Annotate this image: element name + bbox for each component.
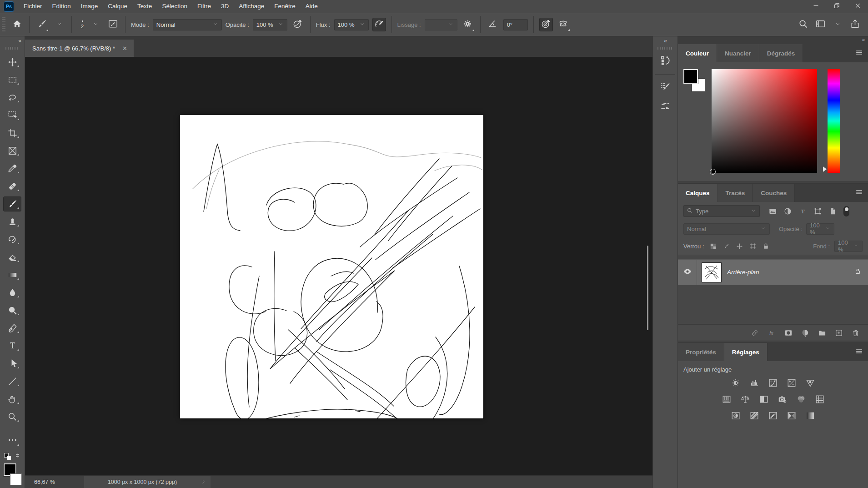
move-tool[interactable]: [0, 53, 25, 71]
adjustment-channelmixer-button[interactable]: [795, 394, 807, 405]
brush-size-chevron[interactable]: [89, 18, 102, 31]
brush-settings-toggle[interactable]: [106, 18, 120, 31]
frame-tool[interactable]: [0, 142, 25, 160]
layer-opacity-select[interactable]: 100 %: [806, 223, 834, 235]
layer-lock-icon[interactable]: [854, 267, 862, 277]
layers-tab-traces[interactable]: Tracés: [718, 184, 753, 202]
marquee-tool[interactable]: [0, 71, 25, 89]
adjustment-colorbalance-button[interactable]: [739, 394, 751, 405]
zoom-level[interactable]: 66,67 %: [25, 479, 61, 485]
brush-settings-panel-button[interactable]: [655, 77, 675, 97]
lasso-tool[interactable]: [0, 89, 25, 106]
clone-stamp-tool[interactable]: [0, 213, 25, 231]
adjustments-tab-proprietes[interactable]: Propriétés: [678, 343, 724, 361]
minimize-button[interactable]: [805, 0, 826, 13]
saturation-brightness-field[interactable]: [712, 69, 817, 173]
edit-toolbar-button[interactable]: [0, 434, 25, 448]
tool-preset-chevron[interactable]: [52, 18, 66, 31]
angle-button[interactable]: [486, 18, 500, 31]
color-swatches[interactable]: [3, 463, 23, 485]
object-selection-tool[interactable]: [0, 106, 25, 124]
path-selection-tool[interactable]: [0, 355, 25, 372]
vertical-scrollbar[interactable]: [647, 246, 648, 330]
layer-thumbnail[interactable]: [702, 262, 722, 282]
lock-move-button[interactable]: [735, 242, 744, 251]
panel-menu-icon[interactable]: [855, 347, 863, 357]
eyedropper-tool[interactable]: [0, 160, 25, 177]
menu-fenetre[interactable]: Fenêtre: [269, 0, 301, 13]
tab-close-icon[interactable]: ✕: [121, 45, 128, 52]
type-tool[interactable]: T: [0, 337, 25, 355]
lock-brush-button[interactable]: [722, 242, 731, 251]
hand-tool[interactable]: [0, 390, 25, 408]
adjustment-hue-button[interactable]: [721, 394, 733, 405]
mask-layer-button[interactable]: [783, 328, 793, 338]
menu-image[interactable]: Image: [76, 0, 103, 13]
smoothing-select[interactable]: [425, 19, 457, 30]
filter-adjust-icon[interactable]: [783, 206, 793, 216]
filter-frame-icon[interactable]: [813, 206, 823, 216]
adjustment-gradmap-button[interactable]: [786, 410, 798, 421]
menu-3d[interactable]: 3D: [216, 0, 234, 13]
workspace-button[interactable]: [813, 18, 827, 31]
adjustments-tab-reglages[interactable]: Réglages: [724, 343, 768, 361]
healing-brush-tool[interactable]: [0, 177, 25, 195]
adjustment-threshold-button[interactable]: [767, 410, 779, 421]
menu-texte[interactable]: Texte: [132, 0, 157, 13]
layer-filter-select[interactable]: Type: [683, 205, 760, 217]
filter-type-icon[interactable]: T: [798, 206, 808, 216]
history-panel-button[interactable]: [655, 51, 675, 71]
lock-checker-button[interactable]: [709, 242, 717, 251]
layer-row[interactable]: Arrière-plan: [678, 259, 868, 285]
dock-expand-chevron[interactable]: «: [653, 36, 677, 44]
folder-layer-button[interactable]: [817, 328, 827, 338]
pressure-opacity-button[interactable]: [291, 18, 305, 31]
color-field-cursor[interactable]: [710, 169, 716, 175]
adjustment-levels-button[interactable]: [748, 377, 760, 388]
hue-slider-pointer[interactable]: [823, 166, 827, 172]
adjustment-photofilter-button[interactable]: [777, 394, 788, 405]
layers-tab-couches[interactable]: Couches: [753, 184, 795, 202]
background-color-swatch[interactable]: [10, 473, 22, 485]
hue-slider[interactable]: [828, 69, 840, 173]
pen-tool[interactable]: [0, 319, 25, 337]
tools-grip[interactable]: [5, 47, 19, 50]
eraser-tool[interactable]: [0, 248, 25, 266]
adjust-layer-button[interactable]: [800, 328, 810, 338]
swap-colors-button[interactable]: [14, 452, 21, 461]
panel-menu-icon[interactable]: [855, 48, 863, 59]
dodge-tool[interactable]: [0, 302, 25, 319]
dock-grip[interactable]: [657, 47, 673, 50]
smoothing-options-button[interactable]: [461, 18, 475, 31]
brushes-panel-button[interactable]: [655, 97, 675, 117]
crop-tool[interactable]: [0, 124, 25, 142]
panel-foreground-swatch[interactable]: [683, 69, 698, 84]
menu-edition[interactable]: Edition: [47, 0, 76, 13]
document-tab[interactable]: Sans titre-1 @ 66,7% (RVB/8) * ✕: [25, 40, 134, 57]
link-layer-button[interactable]: [750, 328, 760, 338]
color-tab-couleur[interactable]: Couleur: [678, 44, 717, 62]
adjustment-curves-button[interactable]: [767, 377, 779, 388]
blend-mode-select[interactable]: Normal: [153, 19, 222, 30]
filter-image-icon[interactable]: [768, 206, 778, 216]
chevron-right-icon[interactable]: [201, 479, 211, 485]
brush-tool[interactable]: [0, 195, 25, 213]
adjustment-exposure-button[interactable]: [786, 377, 798, 388]
menu-affichage[interactable]: Affichage: [234, 0, 269, 13]
history-brush-tool[interactable]: [0, 231, 25, 248]
panel-menu-icon[interactable]: [855, 188, 863, 198]
adjustment-selective-button[interactable]: [804, 410, 816, 421]
search-button[interactable]: [796, 18, 810, 31]
lock-lock-button[interactable]: [762, 242, 770, 251]
options-bar-grip[interactable]: [2, 17, 5, 32]
layers-tab-calques[interactable]: Calques: [678, 184, 718, 202]
adjustment-bw-button[interactable]: [758, 394, 770, 405]
canvas[interactable]: [180, 115, 483, 418]
trash-layer-button[interactable]: [851, 328, 861, 338]
adjustment-posterize-button[interactable]: [748, 410, 760, 421]
workspace-chevron[interactable]: [831, 18, 844, 31]
layer-visibility-toggle[interactable]: [678, 260, 697, 285]
pasteboard[interactable]: [25, 57, 652, 475]
pressure-size-button[interactable]: [539, 18, 553, 31]
tools-collapse-chevron[interactable]: »: [0, 36, 25, 44]
